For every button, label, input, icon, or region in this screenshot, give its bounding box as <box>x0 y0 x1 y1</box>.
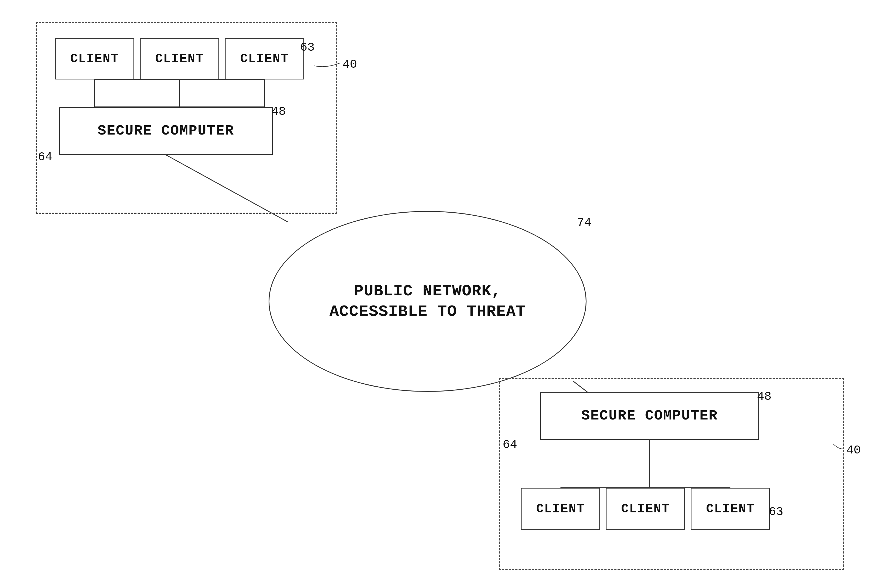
bottom-group-ref-label: 40 <box>846 443 861 457</box>
bottom-client-3: CLIENT <box>691 488 770 530</box>
bottom-client-2-label: CLIENT <box>621 502 670 516</box>
top-group-ref-label: 40 <box>343 57 357 71</box>
bottom-client-3-label: CLIENT <box>706 502 755 516</box>
public-network-label: PUBLIC NETWORK, ACCESSIBLE TO THREAT <box>329 281 526 322</box>
top-clients-ref-label: 63 <box>300 40 315 54</box>
bottom-client-1: CLIENT <box>521 488 600 530</box>
top-secure-ref-label: 48 <box>272 105 286 118</box>
public-network-ellipse: PUBLIC NETWORK, ACCESSIBLE TO THREAT <box>268 211 586 392</box>
bottom-secure-computer-label: SECURE COMPUTER <box>581 408 718 424</box>
top-client-3-label: CLIENT <box>240 52 289 66</box>
bottom-clients-ref-label: 63 <box>769 505 783 519</box>
ellipse-ref-label: 74 <box>577 216 591 230</box>
top-secure-computer: SECURE COMPUTER <box>59 107 273 155</box>
bottom-secure-computer: SECURE COMPUTER <box>540 392 759 440</box>
bottom-client-1-label: CLIENT <box>536 502 585 516</box>
bottom-client-2: CLIENT <box>606 488 685 530</box>
top-net-ref-label: 64 <box>38 150 52 164</box>
top-client-3: CLIENT <box>225 38 304 80</box>
diagram: 40 CLIENT CLIENT CLIENT 63 SECURE COMPUT… <box>0 0 891 588</box>
top-secure-computer-label: SECURE COMPUTER <box>98 123 234 139</box>
top-client-1-label: CLIENT <box>70 52 119 66</box>
top-client-2-label: CLIENT <box>155 52 204 66</box>
top-client-2: CLIENT <box>140 38 219 80</box>
bottom-secure-ref-label: 48 <box>757 390 771 404</box>
bottom-net-ref-label: 64 <box>502 438 517 452</box>
top-client-1: CLIENT <box>55 38 134 80</box>
